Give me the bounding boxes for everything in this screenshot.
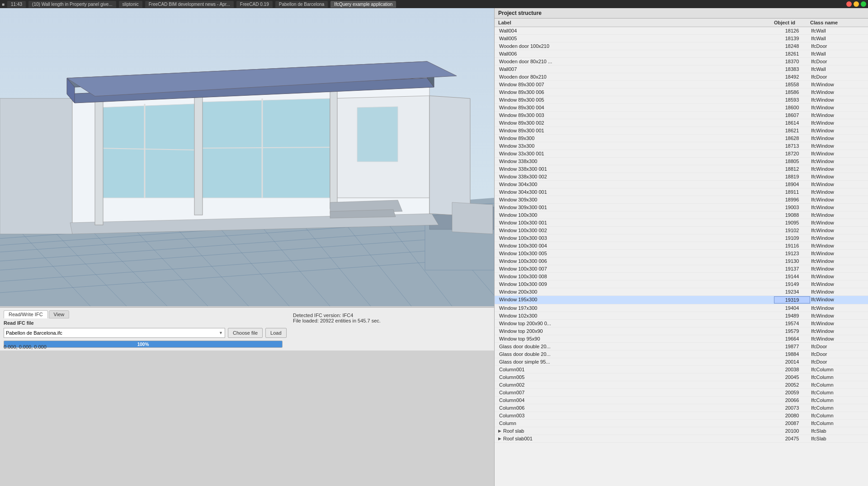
table-row[interactable]: Column00420066IfcColumn bbox=[495, 397, 868, 404]
row-id: 18600 bbox=[774, 104, 810, 111]
row-class: IfcColumn bbox=[810, 397, 864, 403]
table-row[interactable]: Window 200x30019234IfcWindow bbox=[495, 288, 868, 296]
viewport[interactable] bbox=[0, 8, 494, 306]
table-row[interactable]: Wooden door 80x210 ...18370IfcDoor bbox=[495, 58, 868, 65]
table-row[interactable]: Glass door double 20...19884IfcDoor bbox=[495, 350, 868, 358]
row-id: 20073 bbox=[774, 405, 810, 411]
table-row[interactable]: Window 309x30018996IfcWindow bbox=[495, 196, 868, 204]
tab-time[interactable]: 11:43 bbox=[7, 1, 26, 8]
tab-freecad-bim[interactable]: FreeCAD BIM development news - Apr... bbox=[145, 1, 234, 8]
expand-cell[interactable]: ▶Roof slab001 bbox=[498, 435, 774, 442]
table-row[interactable]: Column00320080IfcColumn bbox=[495, 412, 868, 420]
bottom-panel: Read/Write IFC View Read IFC file Pabell… bbox=[0, 307, 494, 350]
choose-file-button[interactable]: Choose file bbox=[228, 328, 263, 338]
row-label: Window 304x300 001 bbox=[498, 189, 774, 195]
row-id: 18593 bbox=[774, 97, 810, 103]
tab-view[interactable]: View bbox=[49, 310, 70, 318]
row-label: Window 100x300 005 bbox=[498, 250, 774, 257]
row-id: 19404 bbox=[774, 305, 810, 311]
table-row[interactable]: Window 33x300 00118720IfcWindow bbox=[495, 150, 868, 158]
file-selector[interactable]: Pabellon de Barcelona.ifc ▼ bbox=[4, 328, 225, 338]
table-row[interactable]: Window 304x300 00118911IfcWindow bbox=[495, 188, 868, 196]
table-row[interactable]: Window 100x300 00119095IfcWindow bbox=[495, 219, 868, 227]
row-id: 18586 bbox=[774, 89, 810, 95]
table-row[interactable]: Window 195x30019319IfcWindow bbox=[495, 296, 868, 304]
table-row[interactable]: Window 100x300 00719137IfcWindow bbox=[495, 265, 868, 273]
row-label: Window top 200x90 bbox=[498, 328, 774, 334]
table-row[interactable]: Window 100x300 00519123IfcWindow bbox=[495, 250, 868, 257]
row-id: 19144 bbox=[774, 273, 810, 280]
expandable-class: IfcSlab bbox=[810, 428, 864, 434]
table-row[interactable]: Column00620073IfcColumn bbox=[495, 404, 868, 412]
table-row[interactable]: Window 338x30018805IfcWindow bbox=[495, 158, 868, 165]
table-row[interactable]: Window 89x300 00718558IfcWindow bbox=[495, 81, 868, 89]
table-row[interactable]: Window 338x300 00218819IfcWindow bbox=[495, 173, 868, 181]
row-label: Column005 bbox=[498, 374, 774, 380]
table-row[interactable]: Column00520045IfcColumn bbox=[495, 374, 868, 381]
expandable-row[interactable]: ▶Roof slab00120475IfcSlab bbox=[495, 435, 868, 443]
expandable-row[interactable]: ▶Roof slab20100IfcSlab bbox=[495, 427, 868, 435]
table-row[interactable]: Window 100x300 00919149IfcWindow bbox=[495, 280, 868, 288]
table-row[interactable]: Column00220052IfcColumn bbox=[495, 381, 868, 389]
tab-ifcquery[interactable]: IfcQuery example application bbox=[330, 1, 396, 8]
table-row[interactable]: Window 33x30018713IfcWindow bbox=[495, 142, 868, 150]
table-row[interactable]: Window 89x300 00518593IfcWindow bbox=[495, 96, 868, 104]
row-label: Window 33x300 bbox=[498, 143, 774, 149]
table-row[interactable]: Wall00718383IfcWall bbox=[495, 65, 868, 73]
table-row[interactable]: Window 304x30018904IfcWindow bbox=[495, 181, 868, 188]
table-row[interactable]: Window 100x300 00319109IfcWindow bbox=[495, 234, 868, 242]
expand-arrow-icon: ▶ bbox=[498, 436, 501, 441]
row-id: 19088 bbox=[774, 212, 810, 218]
row-id: 19109 bbox=[774, 235, 810, 241]
table-row[interactable]: Column00720059IfcColumn bbox=[495, 389, 868, 397]
table-row[interactable]: Window 89x300 00418600IfcWindow bbox=[495, 104, 868, 112]
table-row[interactable]: Wall00618261IfcWall bbox=[495, 50, 868, 58]
table-row[interactable]: Window 100x300 00219102IfcWindow bbox=[495, 227, 868, 234]
table-row[interactable]: Window top 95x9019664IfcWindow bbox=[495, 335, 868, 343]
row-label: Window 100x300 009 bbox=[498, 281, 774, 287]
maximize-btn[interactable] bbox=[861, 1, 866, 7]
row-class: IfcWindow bbox=[810, 320, 864, 327]
minimize-btn[interactable] bbox=[854, 1, 859, 7]
table-row[interactable]: Window 197x30019404IfcWindow bbox=[495, 304, 868, 312]
table-row[interactable]: Window top 200x9019579IfcWindow bbox=[495, 327, 868, 335]
table-row[interactable]: Window 100x300 00419116IfcWindow bbox=[495, 242, 868, 250]
row-id: 18621 bbox=[774, 127, 810, 134]
table-row[interactable]: Window 100x30019088IfcWindow bbox=[495, 211, 868, 219]
row-class: IfcWindow bbox=[810, 266, 864, 272]
row-class: IfcDoor bbox=[810, 351, 864, 357]
table-row[interactable]: Wooden door 100x21018248IfcDoor bbox=[495, 42, 868, 50]
load-button[interactable]: Load bbox=[265, 328, 286, 338]
close-btn[interactable] bbox=[846, 1, 852, 7]
table-row[interactable]: Glass door double 20...19877IfcDoor bbox=[495, 343, 868, 350]
table-row[interactable]: Window 100x300 00819144IfcWindow bbox=[495, 273, 868, 280]
table-row[interactable]: Window 309x300 00119003IfcWindow bbox=[495, 204, 868, 211]
table-row[interactable]: Window top 200x90 0...19574IfcWindow bbox=[495, 320, 868, 327]
tab-sliptonic[interactable]: sliptonic bbox=[119, 1, 142, 8]
table-row[interactable]: Column20087IfcColumn bbox=[495, 420, 868, 427]
tab-freecad-019[interactable]: FreeCAD 0.19 bbox=[236, 1, 273, 8]
expand-cell[interactable]: ▶Roof slab bbox=[498, 428, 774, 434]
table-row[interactable]: Column00120038IfcColumn bbox=[495, 366, 868, 374]
table-row[interactable]: Window 89x30018628IfcWindow bbox=[495, 135, 868, 142]
row-label: Wooden door 100x210 bbox=[498, 43, 774, 49]
table-row[interactable]: Wooden door 80x21018492IfcDoor bbox=[495, 73, 868, 81]
table-row[interactable]: Window 102x30019489IfcWindow bbox=[495, 312, 868, 320]
table-row[interactable]: Glass door simple 95...20014IfcDoor bbox=[495, 358, 868, 366]
table-row[interactable]: Window 89x300 00318607IfcWindow bbox=[495, 112, 868, 119]
tab-wall-length[interactable]: (10) Wall length in Property panel give.… bbox=[28, 1, 116, 8]
row-id: 20014 bbox=[774, 359, 810, 365]
row-class: IfcWindow bbox=[810, 104, 864, 111]
detected-version-text: Detected IFC version: IFC4 File loaded: … bbox=[293, 313, 381, 323]
table-row[interactable]: Window 89x300 00118621IfcWindow bbox=[495, 127, 868, 135]
table-row[interactable]: Window 89x300 00618586IfcWindow bbox=[495, 89, 868, 96]
tab-pabellon[interactable]: Pabellon de Barcelona bbox=[275, 1, 328, 8]
table-row[interactable]: Window 338x300 00118812IfcWindow bbox=[495, 165, 868, 173]
tab-read-write-ifc[interactable]: Read/Write IFC bbox=[4, 310, 48, 318]
table-row[interactable]: Wall00418126IfcWall bbox=[495, 27, 868, 35]
table-row[interactable]: Window 100x300 00619130IfcWindow bbox=[495, 257, 868, 265]
table-row[interactable]: Wall00518139IfcWall bbox=[495, 35, 868, 42]
row-class: IfcWindow bbox=[810, 305, 864, 311]
row-class: IfcWindow bbox=[810, 328, 864, 334]
table-row[interactable]: Window 89x300 00218614IfcWindow bbox=[495, 119, 868, 127]
